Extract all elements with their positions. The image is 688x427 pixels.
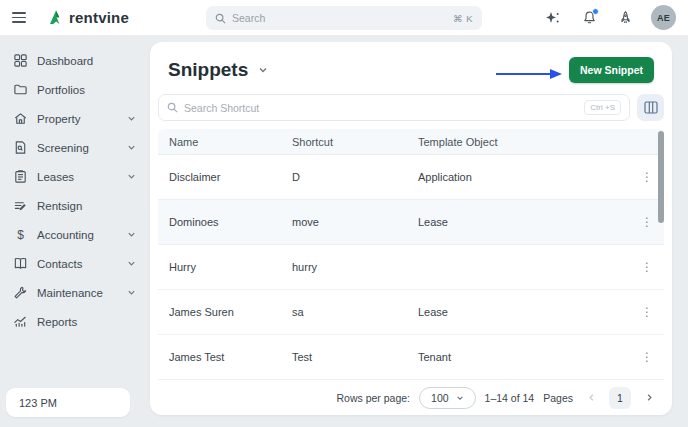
sidebar-item-dashboard[interactable]: Dashboard [0, 46, 150, 75]
sidebar-item-label: Portfolios [37, 84, 85, 96]
page-title: Snippets [168, 59, 248, 81]
table-scrollbar [658, 131, 664, 377]
cell-name: Dominoes [158, 216, 292, 228]
previous-page-icon[interactable] [582, 389, 600, 407]
table-row[interactable]: Disclaimer D Application ⋮ [158, 155, 664, 200]
leases-icon [13, 169, 28, 184]
pagination-bar: Rows per page: 100 1–14 of 14 Pages 1 [150, 380, 672, 415]
sidebar-item-label: Rentsign [37, 200, 82, 212]
portfolios-icon [13, 82, 28, 97]
chevron-down-icon [127, 288, 136, 297]
sidebar-item-label: Leases [37, 171, 74, 183]
sidebar: Dashboard Portfolios Property [0, 36, 150, 427]
sidebar-item-label: Reports [37, 316, 77, 328]
search-icon [215, 13, 226, 24]
cell-name: James Suren [158, 306, 292, 318]
cell-shortcut: sa [292, 306, 418, 318]
sidebar-item-label: Accounting [37, 229, 94, 241]
sidebar-item-portfolios[interactable]: Portfolios [0, 75, 150, 104]
dashboard-icon [13, 53, 28, 68]
cell-template-object: Lease [418, 216, 630, 228]
title-row: Snippets New Snippet [150, 42, 672, 92]
search-icon [167, 102, 178, 113]
sidebar-item-label: Screening [37, 142, 89, 154]
sidebar-item-rentsign[interactable]: Rentsign [0, 191, 150, 220]
sidebar-item-label: Maintenance [37, 287, 103, 299]
shortcut-search-hotkey: Ctrl +S [584, 100, 621, 115]
topbar-actions: AE [543, 5, 676, 30]
top-bar: rentvine ⌘ K [0, 0, 688, 36]
page-number-button[interactable]: 1 [609, 387, 631, 409]
chevron-down-icon [127, 172, 136, 181]
sidebar-item-reports[interactable]: Reports [0, 307, 150, 336]
chevron-down-icon [127, 114, 136, 123]
cell-template-object: Application [418, 171, 630, 183]
logo-mark-icon [48, 9, 65, 26]
bell-icon[interactable] [579, 8, 599, 28]
pages-label: Pages [543, 392, 573, 404]
sidebar-item-screening[interactable]: Screening [0, 133, 150, 162]
sidebar-item-label: Contacts [37, 258, 82, 270]
rocket-icon[interactable] [615, 8, 635, 28]
sidebar-item-contacts[interactable]: Contacts [0, 249, 150, 278]
kebab-icon[interactable]: ⋮ [637, 349, 657, 365]
rentvine-logo[interactable]: rentvine [48, 9, 129, 26]
sparkles-icon[interactable] [543, 8, 563, 28]
sidebar-item-maintenance[interactable]: Maintenance [0, 278, 150, 307]
table-row[interactable]: Hurry hurry ⋮ [158, 245, 664, 290]
account-name: 123 PM [19, 397, 57, 409]
rows-per-page-select[interactable]: 100 [419, 387, 476, 409]
brand-name: rentvine [69, 9, 129, 26]
scrollbar-thumb[interactable] [658, 131, 664, 223]
cell-shortcut: Test [292, 351, 418, 363]
notification-dot [592, 8, 599, 15]
sidebar-item-accounting[interactable]: $ Accounting [0, 220, 150, 249]
cell-shortcut: move [292, 216, 418, 228]
contacts-icon [13, 256, 28, 271]
cell-name: Hurry [158, 261, 292, 273]
property-icon [13, 111, 28, 126]
cell-shortcut: D [292, 171, 418, 183]
chevron-down-icon [127, 143, 136, 152]
column-header-name[interactable]: Name [158, 136, 292, 148]
search-shortcut-hint: ⌘ K [453, 13, 473, 24]
global-search-input[interactable] [232, 12, 447, 24]
table-row[interactable]: Dominoes move Lease ⋮ [158, 200, 664, 245]
next-page-icon[interactable] [640, 389, 658, 407]
shortcut-search-input[interactable] [184, 102, 578, 114]
rentsign-icon [13, 198, 28, 213]
table-row[interactable]: James Suren sa Lease ⋮ [158, 290, 664, 335]
table-row[interactable]: James Test Test Tenant ⋮ [158, 335, 664, 380]
account-switcher[interactable]: 123 PM [6, 388, 130, 417]
sidebar-item-leases[interactable]: Leases [0, 162, 150, 191]
kebab-icon[interactable]: ⋮ [637, 304, 657, 320]
kebab-icon[interactable]: ⋮ [637, 259, 657, 275]
column-header-shortcut[interactable]: Shortcut [292, 136, 418, 148]
rows-per-page-value: 100 [431, 392, 449, 404]
cell-shortcut: hurry [292, 261, 418, 273]
kebab-icon[interactable]: ⋮ [637, 169, 657, 185]
rows-per-page-label: Rows per page: [337, 392, 411, 404]
annotation-arrow [496, 66, 562, 84]
pagination-range: 1–14 of 14 [485, 392, 535, 404]
columns-icon[interactable] [637, 94, 664, 121]
sidebar-item-label: Property [37, 113, 80, 125]
cell-template-object: Lease [418, 306, 630, 318]
user-avatar[interactable]: AE [651, 5, 676, 30]
new-snippet-button[interactable]: New Snippet [569, 57, 654, 83]
toolbar: Ctrl +S [150, 92, 672, 121]
accounting-icon: $ [13, 228, 28, 242]
global-search-field[interactable]: ⌘ K [206, 6, 482, 30]
chevron-down-icon [127, 230, 136, 239]
kebab-icon[interactable]: ⋮ [637, 214, 657, 230]
column-header-template-object[interactable]: Template Object [418, 136, 630, 148]
maintenance-icon [13, 285, 28, 300]
app-screen: rentvine ⌘ K [0, 0, 688, 427]
reports-icon [13, 314, 28, 329]
title-dropdown-chevron-icon[interactable] [258, 65, 268, 75]
shortcut-search-field[interactable]: Ctrl +S [158, 94, 630, 121]
menu-icon[interactable] [12, 7, 34, 29]
sidebar-item-property[interactable]: Property [0, 104, 150, 133]
sidebar-item-label: Dashboard [37, 55, 93, 67]
cell-name: Disclaimer [158, 171, 292, 183]
